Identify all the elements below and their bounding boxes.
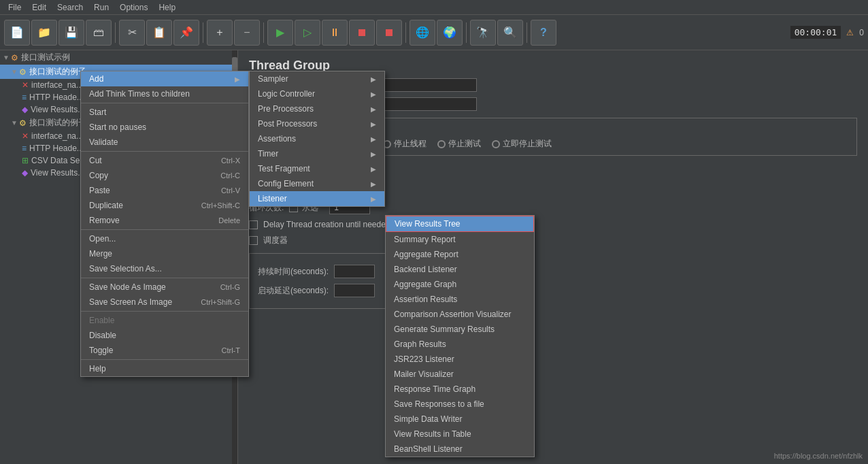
- ctx-toggle[interactable]: Toggle Ctrl-T: [81, 343, 248, 358]
- save-button[interactable]: 💾: [59, 20, 84, 46]
- ctx-remove-label: Remove: [89, 216, 120, 225]
- listener-mailer-label: Mailer Visualizer: [394, 369, 454, 379]
- add-test-fragment[interactable]: Test Fragment ▶: [250, 161, 384, 176]
- listener-response-time[interactable]: Response Time Graph: [386, 382, 534, 397]
- ctx-validate[interactable]: Validate: [81, 135, 248, 150]
- ctx-copy[interactable]: Copy Ctrl-C: [81, 168, 248, 183]
- start-no-pause-button[interactable]: ▷: [295, 20, 320, 46]
- listener-assertion-results[interactable]: Assertion Results: [386, 292, 534, 307]
- menu-edit[interactable]: Edit: [27, 1, 52, 14]
- menu-search[interactable]: Search: [52, 1, 88, 14]
- toolbar: 📄 📁 💾 🗃 ✂ 📋 📌 + − ▶ ▷ ⏸ ⏹ ⏹ 🌐 🌍 🔭 🔍 ? 00…: [0, 15, 868, 50]
- add-sampler-label: Sampler: [258, 74, 288, 84]
- add-config-element[interactable]: Config Element ▶: [250, 176, 384, 191]
- pause-button[interactable]: ⏸: [322, 20, 348, 46]
- stop-button[interactable]: ⏹: [349, 20, 375, 46]
- ctx-start[interactable]: Start: [81, 105, 248, 120]
- ctx-paste[interactable]: Paste Ctrl-V: [81, 183, 248, 198]
- remove-button[interactable]: −: [234, 20, 260, 46]
- ctx-save-selection-label: Save Selection As...: [89, 264, 162, 274]
- listener-view-table[interactable]: View Results in Table: [386, 427, 534, 442]
- stop-now-button[interactable]: ⏹: [376, 20, 402, 46]
- ctx-cut-label: Cut: [89, 156, 102, 165]
- startup-delay-input[interactable]: [334, 284, 375, 297]
- find-button[interactable]: 🔍: [497, 20, 523, 46]
- menu-run[interactable]: Run: [88, 1, 114, 14]
- paste-button[interactable]: 📌: [173, 20, 199, 46]
- add-logic-controller[interactable]: Logic Controller ▶: [250, 86, 384, 101]
- ctx-save-selection[interactable]: Save Selection As...: [81, 261, 248, 276]
- listener-jsr223[interactable]: JSR223 Listener: [386, 352, 534, 367]
- ctx-open[interactable]: Open...: [81, 231, 248, 246]
- listener-view-results-tree[interactable]: View Results Tree: [386, 216, 534, 232]
- delay-thread-label: Delay Thread creation until needed: [263, 220, 390, 229]
- add-post-processors[interactable]: Post Processors ▶: [250, 116, 384, 131]
- listener-aggregate-graph[interactable]: Aggregate Graph: [386, 277, 534, 292]
- add-button[interactable]: +: [207, 20, 233, 46]
- save-as-button[interactable]: 🗃: [86, 20, 112, 46]
- radio-stop-test-now[interactable]: 立即停止测试: [492, 138, 552, 150]
- add-assertions[interactable]: Assertions ▶: [250, 131, 384, 146]
- listener-simple-data[interactable]: Simple Data Writer: [386, 412, 534, 427]
- ctx-merge[interactable]: Merge: [81, 246, 248, 261]
- listener-comparison-assertion[interactable]: Comparison Assertion Visualizer: [386, 307, 534, 322]
- ctx-sep-3: [81, 229, 248, 230]
- add-pre-processors-label: Pre Processors: [258, 104, 314, 114]
- ctx-remove[interactable]: Remove Delete: [81, 213, 248, 228]
- menu-options[interactable]: Options: [114, 1, 153, 14]
- startup-delay-label: 启动延迟(seconds):: [258, 285, 329, 297]
- ctx-start-no-pauses[interactable]: Start no pauses: [81, 120, 248, 135]
- radio-stop-test-circle: [437, 140, 446, 148]
- scheduler-checkbox[interactable]: [249, 236, 258, 245]
- radio-stop-test-label: 停止测试: [448, 138, 481, 150]
- help-button[interactable]: ?: [531, 20, 556, 46]
- ctx-save-node-image[interactable]: Save Node As Image Ctrl-G: [81, 280, 248, 295]
- add-listener[interactable]: Listener ▶: [250, 191, 384, 206]
- ctx-help[interactable]: Help: [81, 361, 248, 376]
- remote-start-button[interactable]: 🌐: [410, 20, 435, 46]
- add-submenu: Sampler ▶ Logic Controller ▶ Pre Process…: [249, 71, 385, 207]
- ctx-duplicate[interactable]: Duplicate Ctrl+Shift-C: [81, 198, 248, 213]
- ctx-open-label: Open...: [89, 234, 116, 244]
- add-listener-arrow: ▶: [371, 195, 376, 203]
- remote-stop-button[interactable]: 🌍: [437, 20, 463, 46]
- config2-icon: ≡: [22, 144, 27, 153]
- listener-beanshell[interactable]: BeanShell Listener: [386, 442, 534, 457]
- ctx-cut[interactable]: Cut Ctrl-X: [81, 153, 248, 168]
- copy-button[interactable]: 📋: [146, 20, 172, 46]
- radio-stop-thread[interactable]: 停止线程: [383, 138, 427, 150]
- listener-backend[interactable]: Backend Listener: [386, 262, 534, 277]
- ctx-add[interactable]: Add ▶: [81, 71, 248, 86]
- listener-save-responses[interactable]: Save Responses to a file: [386, 397, 534, 412]
- ctx-disable[interactable]: Disable: [81, 328, 248, 343]
- delay-thread-checkbox[interactable]: [249, 220, 258, 229]
- open-button[interactable]: 📁: [31, 20, 57, 46]
- add-config-element-label: Config Element: [258, 179, 314, 188]
- tree-config3-label: CSV Data Se...: [31, 156, 86, 165]
- add-sampler[interactable]: Sampler ▶: [250, 71, 384, 86]
- add-listener-label: Listener: [258, 194, 287, 203]
- listener-aggregate-report[interactable]: Aggregate Report: [386, 247, 534, 262]
- listener-summary-report[interactable]: Summary Report: [386, 232, 534, 247]
- listener-generate-summary[interactable]: Generate Summary Results: [386, 322, 534, 337]
- start-button[interactable]: ▶: [267, 20, 293, 46]
- config1-icon: ≡: [22, 93, 27, 102]
- ctx-save-screen-image[interactable]: Save Screen As Image Ctrl+Shift-G: [81, 295, 248, 310]
- menu-help[interactable]: Help: [153, 1, 181, 14]
- menu-file[interactable]: File: [3, 1, 27, 14]
- radio-stop-test[interactable]: 停止测试: [437, 138, 481, 150]
- duration-input[interactable]: [334, 265, 375, 278]
- listener-submenu: View Results Tree Summary Report Aggrega…: [385, 215, 535, 457]
- listener-view-results-tree-label: View Results Tree: [395, 219, 461, 229]
- tree-root[interactable]: ▼ ⚙ 接口测试示例: [0, 50, 237, 65]
- new-button[interactable]: 📄: [4, 20, 30, 46]
- ctx-add-think-times[interactable]: Add Think Times to children: [81, 86, 248, 101]
- tree-root-label: 接口测试示例: [21, 52, 70, 63]
- search-button[interactable]: 🔭: [470, 20, 496, 46]
- toolbar-separator-5: [466, 22, 467, 43]
- listener-graph-results[interactable]: Graph Results: [386, 337, 534, 352]
- add-pre-processors[interactable]: Pre Processors ▶: [250, 101, 384, 116]
- listener-mailer[interactable]: Mailer Visualizer: [386, 367, 534, 382]
- add-timer[interactable]: Timer ▶: [250, 146, 384, 161]
- cut-button[interactable]: ✂: [119, 20, 145, 46]
